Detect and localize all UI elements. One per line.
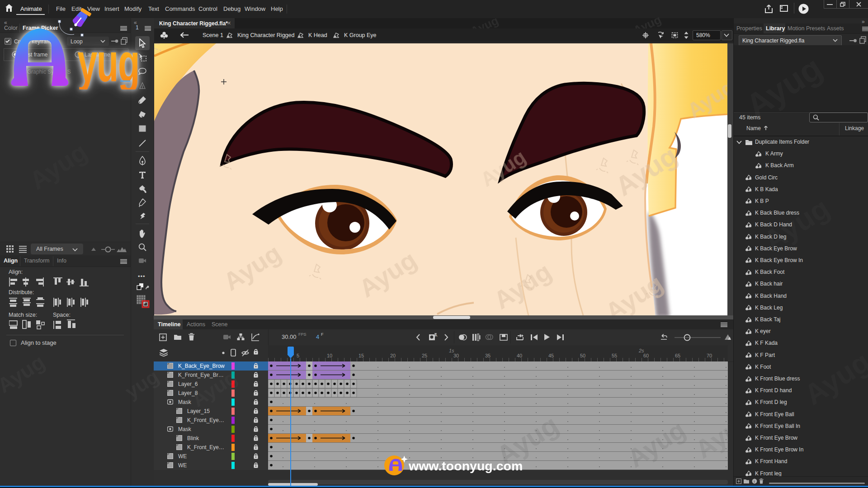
svg-text:A: A — [435, 333, 438, 338]
